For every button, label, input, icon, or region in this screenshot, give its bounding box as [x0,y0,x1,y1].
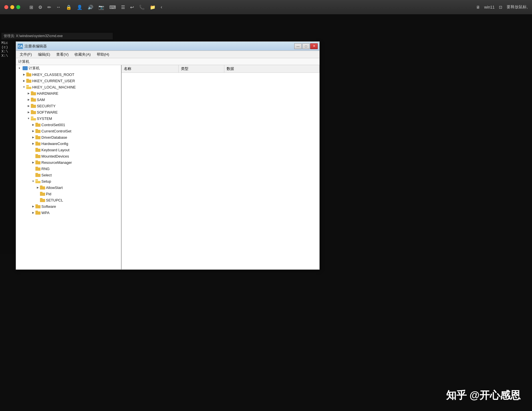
tree-node-rng[interactable]: ▶ RNG [16,166,121,172]
tree-node-hkcr[interactable]: ▶ HKEY_CLASSES_ROOT [16,71,121,78]
regedit-tree[interactable]: ▼ 计算机 ▶ HKEY_CLASSES_ROOT ▶ HKEY_CURRENT… [16,65,122,269]
expand-security[interactable]: ▶ [26,104,31,108]
expand-sam[interactable]: ▶ [26,97,31,102]
list-icon[interactable]: ☰ [121,5,125,10]
computer-icon [23,66,28,70]
menu-help[interactable]: 帮助(H) [94,51,112,58]
tree-node-wpa[interactable]: ▶ WPA [16,209,121,216]
pencil-icon[interactable]: ✏ [47,5,51,10]
computer-label: 计算机 [29,66,40,71]
camera-icon[interactable]: 📷 [98,5,104,10]
tree-node-system[interactable]: ▼ SYSTEM [16,115,121,122]
expand-wpa[interactable]: ▶ [31,210,35,215]
col-type: 类型 [179,65,224,72]
minimize-button[interactable]: — [294,43,302,49]
release-text: 要释放鼠标, [507,5,528,10]
expand-ccs[interactable]: ▶ [31,129,35,133]
person-icon[interactable]: 👤 [77,5,82,10]
allowstart-label: AllowStart [46,186,63,190]
expand-system[interactable]: ▼ [26,116,31,121]
expand-hwconfig[interactable]: ▶ [31,141,35,146]
tree-node-security[interactable]: ▶ SECURITY [16,103,121,109]
tree-node-setup[interactable]: ▼ Setup [16,178,121,184]
expand-computer[interactable]: ▼ [17,66,22,70]
folder-setup-icon [35,179,41,183]
expand-hkcr[interactable]: ▶ [22,72,26,77]
tree-node-mounteddevices[interactable]: ▶ MountedDevices [16,153,121,159]
tree-node-driverdb[interactable]: ▶ DriverDatabase [16,134,121,140]
tree-node-hkcu[interactable]: ▶ HKEY_CURRENT_USER [16,78,121,84]
tree-node-pid[interactable]: ▶ Pid [16,191,121,197]
folder-hwconfig-icon [35,142,41,146]
tree-node-allowstart[interactable]: ▶ AllowStart [16,184,121,191]
keyboard-layout-label: Keyboard Layout [41,148,69,152]
software-system-label: Software [41,204,56,209]
tree-node-resourcemgr[interactable]: ▶ ResourceManager [16,159,121,166]
regedit-title: 注册表编辑器 [25,44,294,49]
expand-setup[interactable]: ▼ [31,179,35,184]
folder-hklm-icon [26,85,31,89]
folder-rng-icon [35,167,41,171]
regedit-icon: CA [18,44,23,49]
arrow-icon[interactable]: ↔ [56,5,61,10]
tree-node-ccs[interactable]: ▶ CurrentControlSet [16,128,121,134]
expand-select: ▶ [31,173,35,177]
tree-node-software-system[interactable]: ▶ Software [16,203,121,209]
volume-icon[interactable]: 🔊 [88,5,93,10]
expand-hkcu[interactable]: ▶ [22,78,26,83]
setup-label: Setup [41,179,51,184]
minimize-dot[interactable] [10,5,14,9]
close-dot[interactable] [4,5,8,9]
expand-hardware[interactable]: ▶ [26,91,31,96]
menu-file[interactable]: 文件(F) [17,51,34,58]
tree-node-hwconfig[interactable]: ▶ HardwareConfig [16,140,121,147]
regedit-right-panel: 名称 类型 数据 [122,65,319,269]
window-buttons[interactable]: — □ ✕ [294,43,318,49]
folder-setupcl-icon [40,198,45,202]
expand-controlset001[interactable]: ▶ [31,122,35,127]
resourcemgr-label: ResourceManager [41,160,72,165]
menu-favorites[interactable]: 收藏夹(A) [72,51,93,58]
tree-node-computer[interactable]: ▼ 计算机 [16,65,121,71]
folder-allowstart-icon [40,186,45,190]
tree-node-hklm[interactable]: ▼ HKEY_LOCAL_MACHINE [16,84,121,90]
tree-node-software-hklm[interactable]: ▶ SOFTWARE [16,109,121,115]
back-icon[interactable]: ↩ [130,5,134,10]
mounteddevices-label: MountedDevices [41,154,69,158]
rng-label: RNG [41,167,50,171]
lock-icon[interactable]: 🔒 [66,5,72,10]
restore-button[interactable]: □ [302,43,310,49]
chevron-icon[interactable]: ‹ [161,5,162,10]
tree-node-sam[interactable]: ▶ SAM [16,96,121,103]
expand-hklm[interactable]: ▼ [22,85,26,89]
tree-node-keyboard-layout[interactable]: ▶ Keyboard Layout [16,147,121,153]
tree-node-setupcl[interactable]: ▶ SETUPCL [16,197,121,203]
expand-resourcemgr[interactable]: ▶ [31,160,35,165]
hardware-label: HARDWARE [37,91,58,96]
keyboard-icon[interactable]: ⌨ [109,5,116,10]
regedit-body: ▼ 计算机 ▶ HKEY_CLASSES_ROOT ▶ HKEY_CURRENT… [16,65,319,269]
expand-allowstart[interactable]: ▶ [35,185,40,190]
nav-icon[interactable]: ⚙ [38,5,42,10]
regedit-addressbar: 计算机 [16,58,319,65]
menu-view[interactable]: 查看(V) [54,51,71,58]
tree-node-hardware[interactable]: ▶ HARDWARE [16,90,121,96]
expand-rng: ▶ [31,166,35,171]
maximize-dot[interactable] [16,5,20,9]
folder-icon-tb[interactable]: 📁 [150,5,156,10]
window-controls[interactable]: ⊡ [499,5,502,9]
expand-software-hklm[interactable]: ▶ [26,110,31,114]
sidebar-icon[interactable]: ⊞ [29,5,33,10]
address-label: 计算机 [18,59,29,64]
phone-icon[interactable]: 📞 [139,5,145,10]
folder-sam-icon [31,98,36,102]
menu-edit[interactable]: 编辑(E) [36,51,53,58]
tree-node-controlset001[interactable]: ▶ ControlSet001 [16,122,121,128]
tree-node-select[interactable]: ▶ Select [16,172,121,178]
vm-icon: 🖥 [476,5,480,9]
expand-driverdb[interactable]: ▶ [31,135,35,140]
expand-software-system[interactable]: ▶ [31,204,35,209]
software-hklm-label: SOFTWARE [37,110,58,114]
mac-window-controls[interactable] [4,5,20,9]
close-button[interactable]: ✕ [310,43,318,49]
